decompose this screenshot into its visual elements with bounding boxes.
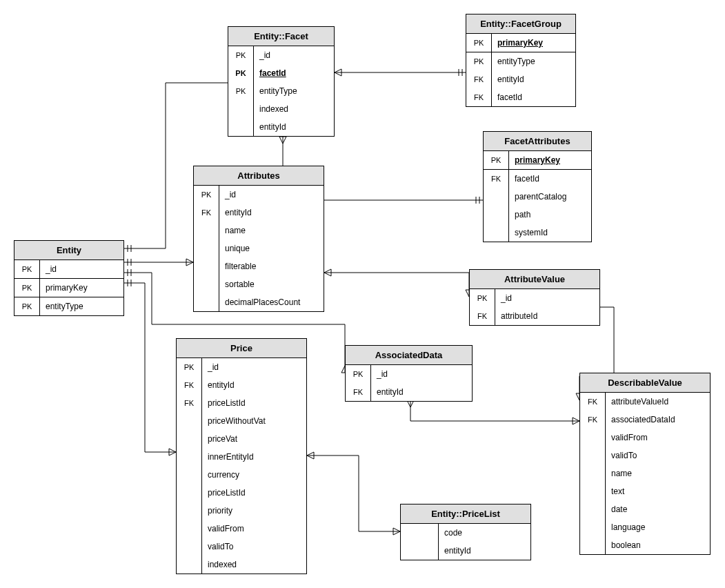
attr: associatedDataId [606,411,710,429]
attr: entityId [371,383,472,401]
attr: priceVat [202,430,306,448]
attr: entityId [492,70,575,88]
table-facet-title: Entity::Facet [228,27,334,46]
table-attributes-title: Attributes [194,166,324,186]
attr: date [606,500,710,518]
table-attributevalue-title: AttributeValue [470,270,599,289]
table-describablevalue-title: DescribableValue [580,373,710,393]
table-attributes: Attributes PK_id FKentityId name unique … [193,166,324,312]
table-pricelist: Entity::PriceList code entityId [400,504,531,560]
table-facetgroup-title: Entity::FacetGroup [466,14,575,34]
table-describablevalue: DescribableValue FKattributeValueId FKas… [579,373,711,555]
table-price: Price PK_id FKentityId FKpriceListId pri… [176,338,307,574]
attr: priceWithoutVat [202,412,306,430]
attr: parentCatalog [509,188,591,206]
attr: _id [202,358,306,376]
table-associateddata: AssociatedData PK_id FKentityId [345,345,473,402]
attr: primaryKey [492,34,575,52]
table-attributevalue: AttributeValue PK_id FKattributeId [469,269,600,326]
attr: _id [219,186,324,204]
attr: _id [371,365,472,383]
attr: attributeValueId [606,393,710,411]
attr: priceListId [202,484,306,502]
attr: systemId [509,224,591,242]
attr: name [219,222,324,239]
attr: facetId [492,88,575,106]
table-pricelist-title: Entity::PriceList [401,504,530,524]
attr: entityId [254,118,334,136]
attr: entityType [254,82,334,100]
attr: indexed [254,100,334,118]
attr: entityType [492,52,575,70]
attr: language [606,518,710,536]
table-facet: Entity::Facet PK_id PKfacetId PKentityTy… [228,26,335,137]
attr: filterable [219,257,324,275]
attr: facetId [509,170,591,188]
attr: validTo [202,538,306,556]
attr: _id [495,289,599,307]
attr: path [509,206,591,224]
attr: boolean [606,536,710,554]
attr: entityId [439,542,530,560]
attr: name [606,464,710,482]
table-entity-title: Entity [14,241,123,260]
attr: primaryKey [509,151,591,169]
attr: entityId [202,376,306,394]
table-entity: Entity PK_id PKprimaryKey PKentityType [14,240,124,316]
attr: sortable [219,275,324,293]
attr: validFrom [606,429,710,447]
table-price-title: Price [177,339,306,358]
table-associateddata-title: AssociatedData [346,346,472,365]
attr: unique [219,239,324,257]
attr: indexed [202,556,306,574]
attr: validFrom [202,520,306,538]
attr: _id [40,260,123,278]
attr: currency [202,466,306,484]
attr: entityId [219,204,324,222]
attr: code [439,524,530,542]
attr: priority [202,502,306,520]
table-facetgroup: Entity::FacetGroup PKprimaryKey PKentity… [466,14,576,107]
attr: decimalPlacesCount [219,293,324,311]
attr: validTo [606,447,710,464]
attr: innerEntityId [202,448,306,466]
attr: attributeId [495,307,599,325]
attr: facetId [254,64,334,82]
attr: primaryKey [40,279,123,297]
attr: entityType [40,297,123,315]
er-diagram-canvas: Entity PK_id PKprimaryKey PKentityType E… [0,0,725,588]
attr: priceListId [202,394,306,412]
table-facetattributes: FacetAttributes PKprimaryKey FKfacetId p… [483,131,592,242]
table-facetattributes-title: FacetAttributes [484,132,591,151]
attr: _id [254,46,334,64]
attr: text [606,482,710,500]
